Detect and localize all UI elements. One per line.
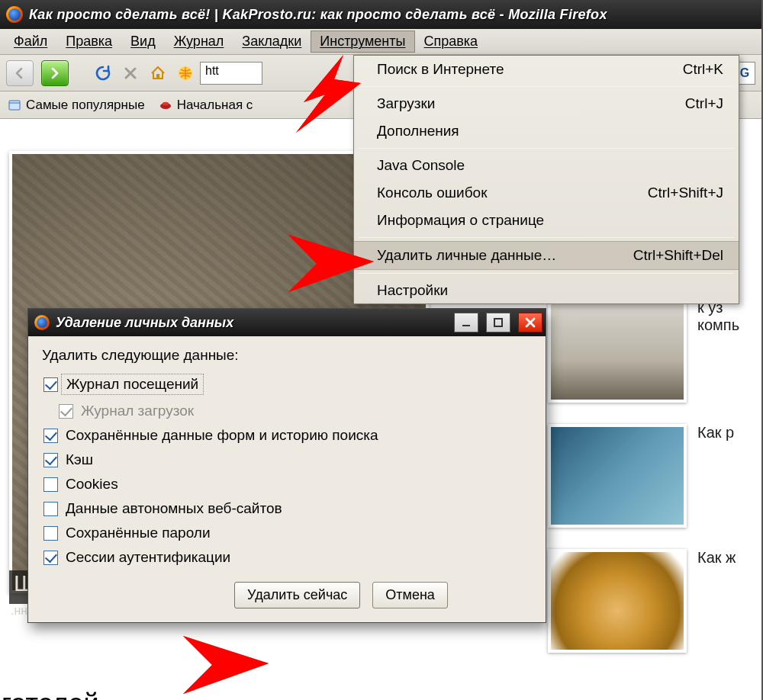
close-button[interactable] [518, 313, 542, 332]
menu-item-search-internet[interactable]: Поиск в Интернете Ctrl+K [354, 56, 739, 83]
site-identity-icon[interactable] [175, 63, 195, 83]
thumbnail-3[interactable] [548, 424, 687, 528]
menu-item-label: Информация о странице [377, 212, 544, 229]
firefox-icon [6, 6, 23, 23]
related-thumbnails-2: к уз компь Как р Как ж [548, 299, 761, 674]
menu-item-shortcut: Ctrl+K [683, 61, 723, 78]
home-icon[interactable] [148, 63, 168, 83]
menu-item-label: Java Console [377, 157, 465, 174]
ok-button[interactable]: Удалить сейчас [234, 582, 360, 608]
checkbox-row-auth-sessions[interactable]: Сессии аутентификации [42, 545, 533, 570]
checkbox[interactable] [43, 502, 58, 516]
reload-icon[interactable] [93, 63, 113, 83]
menu-edit[interactable]: Правка [56, 31, 121, 53]
svg-point-4 [163, 101, 169, 104]
menu-file[interactable]: Файл [5, 31, 56, 53]
checkbox[interactable] [43, 477, 58, 492]
checkbox-row-cookies[interactable]: Cookies [42, 472, 533, 496]
thumb-label: Как ж [697, 549, 736, 567]
menu-item-page-info[interactable]: Информация о странице [354, 207, 739, 234]
dialog-title: Удаление личных данных [56, 315, 446, 331]
checkbox-label: Журнал посещений [61, 374, 204, 395]
checkbox[interactable] [43, 453, 58, 467]
menu-view[interactable]: Вид [121, 31, 165, 53]
dialog-titlebar: Удаление личных данных [28, 309, 546, 336]
menu-item-shortcut: Ctrl+Shift+Del [633, 247, 723, 264]
page-bottom-text: гателей [2, 688, 99, 700]
menu-item-label: Загрузки [377, 95, 435, 112]
menu-item-shortcut: Ctrl+J [685, 95, 723, 112]
menu-item-label: Дополнения [377, 123, 459, 140]
url-input[interactable]: htt [200, 62, 262, 85]
bookmark-popular[interactable]: Самые популярные [8, 98, 145, 113]
menu-item-label: Поиск в Интернете [377, 61, 504, 78]
menu-help[interactable]: Справка [415, 31, 488, 53]
menu-item-label: Консоль ошибок [377, 185, 487, 201]
address-bar: htt [175, 62, 262, 85]
menu-separator [359, 273, 734, 274]
svg-marker-7 [296, 55, 361, 133]
back-button[interactable] [6, 60, 34, 86]
checkbox-label: Кэш [66, 451, 93, 468]
checkbox-label: Cookies [66, 476, 118, 493]
svg-rect-6 [494, 319, 502, 326]
menubar: Файл Правка Вид Журнал Закладки Инструме… [0, 29, 761, 55]
menu-item-settings[interactable]: Настройки [354, 277, 739, 300]
svg-marker-9 [183, 636, 269, 694]
menu-separator [359, 86, 734, 87]
maximize-button[interactable] [486, 313, 510, 332]
dialog-body: Удалить следующие данные: Журнал посещен… [28, 336, 546, 622]
menu-item-downloads[interactable]: Загрузки Ctrl+J [354, 90, 739, 117]
svg-rect-2 [9, 101, 20, 110]
forward-button[interactable] [41, 60, 69, 86]
checkbox [59, 404, 73, 419]
bookmark-startpage[interactable]: Начальная с [159, 98, 253, 113]
menu-item-label: Удалить личные данные… [377, 247, 556, 264]
checkbox-row-download-history: Журнал загрузок [42, 399, 533, 423]
annotation-arrow-icon [282, 220, 382, 307]
titlebar: Как просто сделать всё! | KakProsto.ru: … [0, 0, 761, 29]
redhat-icon [159, 98, 172, 112]
checkbox[interactable] [43, 429, 58, 443]
firefox-icon [34, 315, 50, 330]
bookmark-folder-icon [8, 98, 21, 112]
cancel-button[interactable]: Отмена [372, 582, 448, 608]
thumb-label: Как р [697, 424, 734, 442]
bookmark-label: Начальная с [177, 98, 253, 113]
thumbnail-2[interactable] [548, 299, 687, 403]
menu-item-error-console[interactable]: Консоль ошибок Ctrl+Shift+J [354, 179, 739, 207]
menu-item-clear-private-data[interactable]: Удалить личные данные… Ctrl+Shift+Del [354, 241, 739, 270]
menu-item-addons[interactable]: Дополнения [354, 117, 739, 145]
caption-text-b: .нн [11, 604, 27, 618]
svg-rect-5 [462, 325, 470, 326]
svg-marker-8 [288, 235, 374, 292]
menu-separator [359, 148, 734, 149]
checkbox[interactable] [43, 377, 58, 392]
checkbox[interactable] [43, 526, 58, 541]
menu-item-shortcut: Ctrl+Shift+J [648, 185, 723, 201]
checkbox-label: Журнал загрузок [81, 403, 194, 419]
stop-icon[interactable] [121, 63, 140, 83]
minimize-button[interactable] [454, 313, 478, 332]
checkbox-row-form-search[interactable]: Сохранённые данные форм и историю поиска [42, 423, 533, 448]
checkbox-row-cache[interactable]: Кэш [42, 448, 533, 472]
checkbox-label: Сохранённые данные форм и историю поиска [66, 427, 378, 444]
checkbox-row-history[interactable]: Журнал посещений [42, 370, 533, 399]
thumbnail-4[interactable] [548, 549, 687, 653]
menu-item-java-console[interactable]: Java Console [354, 152, 739, 179]
clear-private-data-dialog: Удаление личных данных Удалить следующие… [27, 308, 546, 623]
menu-history[interactable]: Журнал [165, 31, 233, 53]
checkbox[interactable] [43, 551, 58, 565]
checkbox-label: Сессии аутентификации [66, 549, 230, 566]
checkbox-row-offline[interactable]: Данные автономных веб-сайтов [42, 496, 533, 521]
menu-separator [359, 237, 734, 238]
checkbox-row-passwords[interactable]: Сохранённые пароли [42, 521, 533, 545]
checkbox-label: Данные автономных веб-сайтов [66, 500, 282, 517]
menu-item-label: Настройки [377, 282, 448, 299]
bookmark-label: Самые популярные [26, 98, 145, 113]
annotation-arrow-icon [288, 49, 372, 143]
svg-rect-0 [156, 74, 159, 79]
tools-dropdown: Поиск в Интернете Ctrl+K Загрузки Ctrl+J… [353, 55, 739, 304]
dialog-button-row: Удалить сейчас Отмена [42, 582, 533, 608]
window-title: Как просто сделать всё! | KakProsto.ru: … [29, 7, 607, 23]
